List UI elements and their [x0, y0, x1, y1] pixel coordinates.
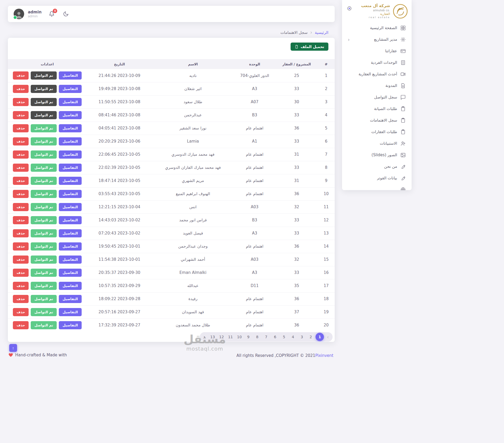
pagination-page[interactable]: 3 [298, 333, 306, 341]
pagination-page[interactable]: 5 [280, 333, 288, 341]
pixinvent-link[interactable]: Pixinvent [315, 353, 333, 358]
pagination-page[interactable]: 9 [244, 333, 253, 341]
details-button[interactable]: التفاصيل [59, 71, 81, 80]
contact-status-button[interactable]: تم التواصل [31, 85, 57, 93]
contact-status-button[interactable]: تم التواصل [31, 216, 57, 224]
pagination-prev[interactable]: › [324, 333, 332, 341]
pagination-page[interactable]: 6 [271, 333, 279, 341]
details-button[interactable]: التفاصيل [59, 150, 81, 159]
sidebar-item[interactable]: عقاراتنا [345, 45, 408, 57]
dark-mode-toggle[interactable] [62, 10, 70, 18]
contact-status-button[interactable]: تم التواصل [31, 203, 57, 211]
pagination-next[interactable]: ‹ [201, 333, 208, 341]
sidebar-item[interactable] [345, 184, 408, 190]
pagination-page[interactable]: 12 [217, 333, 226, 341]
contact-status-button[interactable]: تم التواصل [31, 111, 57, 119]
delete-button[interactable]: حذف [13, 111, 29, 119]
sidebar-item[interactable]: المدونة [345, 80, 408, 91]
delete-button[interactable]: حذف [13, 216, 29, 224]
sidebar-item[interactable]: طلبات العقارات [345, 126, 408, 138]
sidebar-item[interactable]: سجل التواصل [345, 91, 408, 103]
contact-status-button[interactable]: تم التواصل [31, 282, 57, 290]
delete-button[interactable]: حذف [13, 124, 29, 132]
contact-status-button[interactable]: تم التواصل [31, 269, 57, 277]
details-button[interactable]: التفاصيل [59, 216, 81, 224]
scroll-to-top-button[interactable]: ↑ [9, 344, 17, 352]
delete-button[interactable]: حذف [13, 98, 29, 106]
contact-status-button[interactable]: تم التواصل [31, 150, 57, 159]
delete-button[interactable]: حذف [13, 164, 29, 172]
delete-button[interactable]: حذف [13, 203, 29, 211]
cell-actions: التفاصيلتم التواصلحذف [8, 187, 87, 200]
details-button[interactable]: التفاصيل [59, 203, 81, 211]
sidebar-item[interactable]: مدير المشاريع‹ [345, 34, 408, 45]
sidebar-item[interactable]: الصور (Slides) [345, 149, 408, 161]
breadcrumb-home-link[interactable]: الرئيسية [315, 30, 328, 35]
contact-status-button[interactable]: تم التواصل [31, 124, 57, 132]
sidebar-item[interactable]: طلبات الصيانة [345, 103, 408, 114]
details-button[interactable]: التفاصيل [59, 256, 81, 264]
delete-button[interactable]: حذف [13, 269, 29, 277]
contact-status-button[interactable]: تم التواصل [31, 256, 57, 264]
contact-status-button[interactable]: تم التواصل [31, 137, 57, 145]
pagination-page[interactable]: 1 [316, 333, 324, 341]
sidebar-item[interactable]: سجل الاهتمامات [345, 114, 408, 126]
details-button[interactable]: التفاصيل [59, 321, 81, 329]
contact-status-button[interactable]: تم التواصل [31, 190, 57, 198]
sidebar-item[interactable]: الوحدات الفردية [345, 57, 408, 68]
pagination-page[interactable]: 4 [289, 333, 297, 341]
sidebar-item[interactable]: أحدث المشاريع العقارية [345, 68, 408, 80]
details-button[interactable]: التفاصيل [59, 85, 81, 93]
contact-status-button[interactable]: تم التواصل [31, 177, 57, 185]
details-button[interactable]: التفاصيل [59, 124, 81, 132]
delete-button[interactable]: حذف [13, 229, 29, 237]
contact-status-button[interactable]: تم التواصل [31, 295, 57, 303]
delete-button[interactable]: حذف [13, 295, 29, 303]
contact-status-button[interactable]: تم التواصل [31, 242, 57, 251]
pagination-page[interactable]: 11 [226, 333, 235, 341]
delete-button[interactable]: حذف [13, 321, 29, 329]
details-button[interactable]: التفاصيل [59, 177, 81, 185]
contact-status-button[interactable]: تم التواصل [31, 164, 57, 172]
details-button[interactable]: التفاصيل [59, 164, 81, 172]
details-button[interactable]: التفاصيل [59, 295, 81, 303]
pagination-page[interactable]: 7 [262, 333, 270, 341]
avatar[interactable] [14, 9, 24, 19]
pagination-page[interactable]: 2 [307, 333, 315, 341]
pagination-page[interactable]: 10 [235, 333, 244, 341]
contact-status-button[interactable]: تم التواصل [31, 71, 57, 80]
details-button[interactable]: التفاصيل [59, 282, 81, 290]
delete-button[interactable]: حذف [13, 177, 29, 185]
delete-button[interactable]: حذف [13, 85, 29, 93]
delete-button[interactable]: حذف [13, 308, 29, 316]
pagination-page[interactable]: 8 [253, 333, 261, 341]
sidebar-item[interactable]: الصفحة الرئيسية [345, 22, 408, 34]
sidebar-item[interactable]: بيانات الفوتر [345, 172, 408, 184]
sidebar-item[interactable]: من نحن [345, 161, 408, 172]
notifications-button[interactable]: 0 [48, 10, 56, 18]
details-button[interactable]: التفاصيل [59, 229, 81, 237]
contact-status-button[interactable]: تم التواصل [31, 98, 57, 106]
menu-pin-toggle[interactable] [346, 5, 353, 12]
delete-button[interactable]: حذف [13, 150, 29, 159]
details-button[interactable]: التفاصيل [59, 98, 81, 106]
contact-status-button[interactable]: تم التواصل [31, 229, 57, 237]
sidebar-item[interactable]: الاستبيانات [345, 138, 408, 149]
details-button[interactable]: التفاصيل [59, 111, 81, 119]
details-button[interactable]: التفاصيل [59, 308, 81, 316]
contact-status-button[interactable]: تم التواصل [31, 321, 57, 329]
delete-button[interactable]: حذف [13, 71, 29, 80]
download-file-button[interactable]: تحميل الملف [291, 43, 328, 51]
delete-button[interactable]: حذف [13, 256, 29, 264]
pagination-page[interactable]: 13 [208, 333, 217, 341]
delete-button[interactable]: حذف [13, 242, 29, 251]
delete-button[interactable]: حذف [13, 137, 29, 145]
contact-status-button[interactable]: تم التواصل [31, 308, 57, 316]
delete-button[interactable]: حذف [13, 190, 29, 198]
brand-logo[interactable]: شركة آل متعب almuteb co. العقارية real e… [361, 3, 408, 19]
details-button[interactable]: التفاصيل [59, 190, 81, 198]
details-button[interactable]: التفاصيل [59, 242, 81, 251]
delete-button[interactable]: حذف [13, 282, 29, 290]
details-button[interactable]: التفاصيل [59, 269, 81, 277]
details-button[interactable]: التفاصيل [59, 137, 81, 145]
